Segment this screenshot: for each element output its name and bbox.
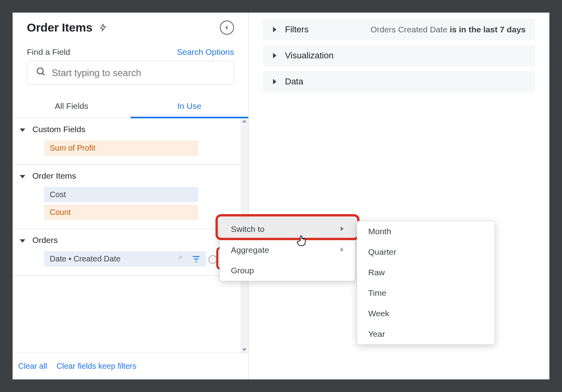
panel-label: Data (285, 77, 303, 87)
group-label: Order Items (32, 171, 76, 181)
panel-label: Filters (285, 24, 309, 35)
field-cost[interactable]: Cost (44, 187, 198, 202)
annotation-highlight-switch-to (215, 214, 360, 240)
field-picker-pane: Order Items Find a Field Search Options (13, 13, 249, 379)
submenu-item-quarter[interactable]: Quarter (357, 242, 495, 262)
menu-item-group[interactable]: Group (220, 260, 355, 281)
panel-label: Visualization (285, 50, 333, 61)
submenu-item-month[interactable]: Month (357, 221, 495, 242)
submenu-item-raw[interactable]: Raw (357, 262, 495, 283)
panel-visualization[interactable]: Visualization (263, 45, 535, 66)
pivot-icon[interactable] (178, 255, 186, 263)
field-label: Date • Created Date (50, 254, 174, 263)
explore-app: Order Items Find a Field Search Options (12, 12, 550, 380)
explore-title: Order Items (27, 21, 92, 34)
field-sum-of-profit[interactable]: Sum of Profit (44, 140, 198, 156)
menu-item-label: Group (231, 266, 254, 275)
switch-to-submenu: Month Quarter Raw Time Week Year (357, 221, 495, 345)
field-count[interactable]: Count (44, 205, 198, 220)
search-input[interactable] (52, 67, 225, 78)
caret-right-icon (272, 27, 277, 32)
group-custom-fields[interactable]: Custom Fields (13, 124, 240, 139)
scroll-down-icon (242, 348, 247, 352)
submenu-item-time[interactable]: Time (357, 283, 495, 303)
filters-summary: Orders Created Date is in the last 7 day… (371, 25, 526, 34)
group-label: Orders (32, 235, 58, 245)
caret-down-icon (20, 235, 25, 245)
group-orders[interactable]: Orders (13, 235, 240, 250)
submenu-item-week[interactable]: Week (357, 303, 495, 324)
menu-item-aggregate[interactable]: Aggregate (220, 240, 355, 260)
field-date-created-date[interactable]: Date • Created Date (44, 251, 206, 267)
collapse-pane-button[interactable] (220, 21, 234, 35)
caret-right-icon (272, 79, 277, 84)
caret-right-icon (272, 53, 277, 58)
clear-fields-keep-filters-link[interactable]: Clear fields keep filters (56, 362, 136, 371)
info-icon[interactable]: i (208, 255, 217, 264)
search-box[interactable] (27, 61, 234, 85)
cursor-icon (297, 235, 307, 246)
svg-point-0 (37, 68, 43, 74)
tab-in-use[interactable]: In Use (131, 97, 249, 118)
run-icon[interactable] (99, 22, 107, 33)
clear-all-link[interactable]: Clear all (18, 362, 47, 371)
submenu-item-year[interactable]: Year (357, 324, 495, 344)
group-label: Custom Fields (32, 125, 85, 134)
menu-item-label: Aggregate (231, 245, 269, 255)
group-order-items[interactable]: Order Items (13, 170, 240, 185)
caret-down-icon (20, 171, 25, 181)
caret-down-icon (20, 125, 25, 134)
find-field-label: Find a Field (27, 47, 70, 57)
filter-icon[interactable] (192, 255, 200, 263)
tab-all-fields[interactable]: All Fields (13, 97, 131, 118)
submenu-arrow-icon (340, 247, 344, 253)
scroll-up-icon (242, 119, 247, 123)
search-options-link[interactable]: Search Options (177, 47, 234, 57)
panel-filters[interactable]: Filters Orders Created Date is in the la… (263, 19, 535, 40)
panel-data[interactable]: Data (263, 71, 535, 92)
search-icon (36, 67, 46, 79)
